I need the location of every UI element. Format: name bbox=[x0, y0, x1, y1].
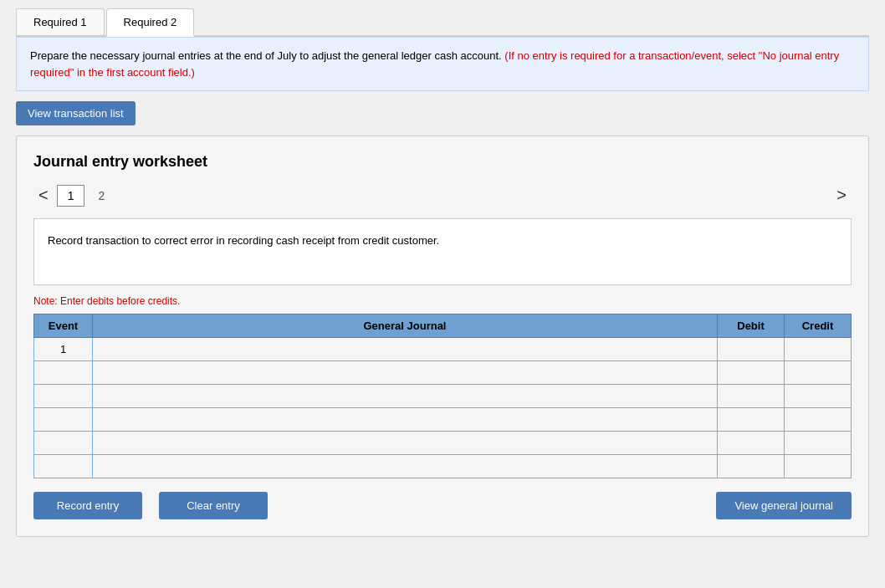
general-journal-input[interactable] bbox=[93, 385, 717, 407]
description-box: Record transaction to correct error in r… bbox=[33, 218, 852, 285]
col-header-debit: Debit bbox=[718, 314, 785, 338]
credit-input[interactable] bbox=[785, 385, 851, 407]
general-journal-input[interactable] bbox=[93, 361, 717, 384]
worksheet: Journal entry worksheet < 1 2 > Record t… bbox=[16, 135, 869, 537]
table-row bbox=[34, 361, 852, 385]
debit-input[interactable] bbox=[718, 408, 784, 431]
table-row bbox=[34, 385, 852, 408]
tab-required1[interactable]: Required 1 bbox=[16, 8, 105, 35]
note: Note: Enter debits before credits. bbox=[33, 295, 852, 307]
general-journal-cell[interactable] bbox=[93, 432, 718, 455]
debit-input[interactable] bbox=[718, 361, 784, 384]
general-journal-cell[interactable] bbox=[93, 385, 718, 408]
general-journal-input[interactable] bbox=[93, 455, 717, 478]
debit-cell[interactable] bbox=[718, 385, 785, 408]
event-cell bbox=[34, 455, 93, 478]
event-cell bbox=[34, 432, 93, 455]
table-row bbox=[34, 408, 852, 432]
credit-cell[interactable] bbox=[785, 455, 852, 478]
debit-input[interactable] bbox=[718, 432, 784, 454]
worksheet-title: Journal entry worksheet bbox=[33, 153, 852, 171]
general-journal-cell[interactable] bbox=[93, 408, 718, 432]
general-journal-input[interactable] bbox=[93, 338, 717, 360]
table-row bbox=[34, 455, 852, 478]
debit-cell[interactable] bbox=[718, 408, 785, 432]
debit-cell[interactable] bbox=[718, 432, 785, 455]
view-transaction-button[interactable]: View transaction list bbox=[16, 101, 136, 125]
nav-page-1[interactable]: 1 bbox=[57, 185, 85, 207]
journal-table: Event General Journal Debit Credit 1 bbox=[33, 314, 852, 478]
nav-page-2[interactable]: 2 bbox=[88, 186, 115, 206]
general-journal-cell[interactable] bbox=[93, 455, 718, 478]
debit-cell[interactable] bbox=[718, 455, 785, 478]
col-header-event: Event bbox=[34, 314, 93, 338]
general-journal-cell[interactable] bbox=[93, 361, 718, 385]
credit-cell[interactable] bbox=[785, 432, 852, 455]
credit-input[interactable] bbox=[785, 361, 851, 384]
col-header-credit: Credit bbox=[785, 314, 852, 338]
credit-input[interactable] bbox=[785, 338, 851, 360]
event-cell bbox=[34, 385, 93, 408]
credit-cell[interactable] bbox=[785, 385, 852, 408]
nav-row: < 1 2 > bbox=[33, 184, 852, 207]
event-cell: 1 bbox=[34, 338, 93, 361]
general-journal-cell[interactable] bbox=[93, 338, 718, 361]
page-container: Required 1 Required 2 Prepare the necess… bbox=[16, 8, 869, 588]
debit-input[interactable] bbox=[718, 455, 784, 478]
credit-cell[interactable] bbox=[785, 338, 852, 361]
prev-arrow[interactable]: < bbox=[33, 184, 54, 207]
col-header-general: General Journal bbox=[93, 314, 718, 338]
event-cell bbox=[34, 361, 93, 385]
table-row: 1 bbox=[34, 338, 852, 361]
general-journal-input[interactable] bbox=[93, 432, 717, 454]
info-text-black: Prepare the necessary journal entries at… bbox=[30, 49, 502, 62]
record-entry-button[interactable]: Record entry bbox=[33, 492, 142, 519]
info-banner: Prepare the necessary journal entries at… bbox=[16, 37, 869, 91]
debit-input[interactable] bbox=[718, 338, 784, 360]
debit-cell[interactable] bbox=[718, 361, 785, 385]
event-cell bbox=[34, 408, 93, 432]
clear-entry-button[interactable]: Clear entry bbox=[159, 492, 268, 519]
credit-input[interactable] bbox=[785, 455, 851, 478]
credit-input[interactable] bbox=[785, 408, 851, 431]
credit-cell[interactable] bbox=[785, 361, 852, 385]
bottom-buttons: Record entry Clear entry View general jo… bbox=[33, 492, 852, 519]
tab-required2[interactable]: Required 2 bbox=[106, 8, 195, 37]
debit-input[interactable] bbox=[718, 385, 784, 407]
view-general-journal-button[interactable]: View general journal bbox=[716, 492, 852, 519]
debit-cell[interactable] bbox=[718, 338, 785, 361]
next-arrow[interactable]: > bbox=[831, 184, 852, 207]
general-journal-input[interactable] bbox=[93, 408, 717, 431]
table-row bbox=[34, 432, 852, 455]
credit-input[interactable] bbox=[785, 432, 851, 454]
tabs: Required 1 Required 2 bbox=[16, 8, 869, 37]
credit-cell[interactable] bbox=[785, 408, 852, 432]
